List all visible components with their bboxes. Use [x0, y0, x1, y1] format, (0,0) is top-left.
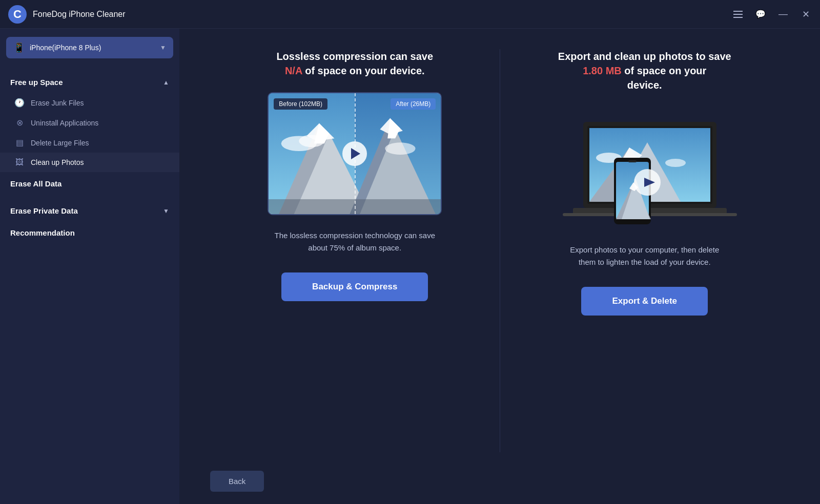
- left-panel-desc: The lossless compression technology can …: [273, 229, 437, 254]
- minimize-button[interactable]: —: [777, 8, 789, 20]
- sidebar-item-label: Delete Large Files: [31, 139, 89, 147]
- compression-image: Before (102MB) After (26MB): [268, 92, 442, 215]
- menu-icon: [733, 11, 743, 18]
- chevron-down-icon: ▼: [160, 44, 166, 51]
- svg-point-23: [665, 159, 686, 167]
- apps-icon: ⊗: [14, 118, 25, 128]
- sidebar-item-delete-large[interactable]: ▤ Delete Large Files: [0, 133, 179, 153]
- main-layout: 📱 iPhone(iPhone 8 Plus) ▼ Free up Space …: [0, 29, 820, 504]
- sidebar: 📱 iPhone(iPhone 8 Plus) ▼ Free up Space …: [0, 29, 179, 504]
- minimize-icon: —: [778, 9, 788, 19]
- chevron-down-icon: ▼: [163, 207, 169, 215]
- close-icon: ✕: [802, 9, 810, 20]
- free-up-space-title: Free up Space: [10, 78, 63, 87]
- backup-compress-button[interactable]: Backup & Compress: [281, 272, 428, 301]
- erase-private-title: Erase Private Data: [10, 206, 78, 215]
- sidebar-item-label: Erase Junk Files: [31, 99, 84, 107]
- play-button[interactable]: [342, 141, 367, 166]
- left-panel-heading: Lossless compression can save N/A of spa…: [276, 49, 433, 78]
- right-panel-desc: Export photos to your computer, then del…: [563, 244, 727, 268]
- device-name: iPhone(iPhone 8 Plus): [30, 44, 155, 52]
- back-button[interactable]: Back: [210, 471, 264, 492]
- app-title: FoneDog iPhone Cleaner: [33, 10, 732, 19]
- sidebar-item-clean-photos[interactable]: 🖼 Clean up Photos: [0, 153, 179, 172]
- device-laptop-svg: [552, 107, 737, 229]
- svg-rect-31: [628, 160, 637, 162]
- bottom-bar: Back: [179, 463, 820, 504]
- svg-point-14: [385, 142, 416, 155]
- erase-private-header[interactable]: Erase Private Data ▼: [0, 200, 179, 221]
- export-delete-button[interactable]: Export & Delete: [581, 287, 708, 316]
- content-main: Lossless compression can save N/A of spa…: [179, 29, 820, 463]
- left-panel: Lossless compression can save N/A of spa…: [210, 49, 500, 452]
- window-controls: 💬 — ✕: [732, 8, 812, 20]
- sidebar-section-erase-private: Erase Private Data ▼: [0, 200, 179, 221]
- svg-text:C: C: [13, 8, 22, 20]
- chat-button[interactable]: 💬: [754, 8, 767, 20]
- sidebar-item-label: Uninstall Applications: [31, 119, 98, 127]
- app-logo: C: [8, 5, 27, 24]
- before-label: Before (102MB): [274, 98, 327, 110]
- chevron-up-icon: ▲: [163, 79, 169, 86]
- close-button[interactable]: ✕: [799, 8, 812, 20]
- right-panel-heading: Export and clean up photos to save 1.80 …: [558, 49, 731, 92]
- right-panel-highlight: 1.80 MB: [583, 65, 622, 76]
- sidebar-item-erase-junk[interactable]: 🕐 Erase Junk Files: [0, 93, 179, 113]
- chat-icon: 💬: [755, 9, 766, 19]
- photo-icon: 🖼: [14, 158, 25, 167]
- erase-all-data-label: Erase All Data: [10, 179, 61, 188]
- sidebar-item-uninstall-apps[interactable]: ⊗ Uninstall Applications: [0, 113, 179, 133]
- clock-icon: 🕐: [14, 98, 25, 108]
- sidebar-item-erase-all-data[interactable]: Erase All Data: [0, 172, 179, 195]
- sidebar-section-free-up-space: Free up Space ▲ 🕐 Erase Junk Files ⊗ Uni…: [0, 72, 179, 172]
- sidebar-item-recommendation[interactable]: Recommendation: [0, 221, 179, 244]
- svg-point-13: [299, 135, 324, 147]
- right-panel: Export and clean up photos to save 1.80 …: [500, 49, 790, 452]
- menu-button[interactable]: [732, 8, 744, 20]
- free-up-space-header[interactable]: Free up Space ▲: [0, 72, 179, 93]
- after-label: After (26MB): [391, 98, 436, 110]
- device-selector[interactable]: 📱 iPhone(iPhone 8 Plus) ▼: [6, 37, 173, 58]
- left-panel-highlight: N/A: [285, 65, 302, 76]
- grid-icon: ▤: [14, 138, 25, 148]
- title-bar: C FoneDog iPhone Cleaner 💬 — ✕: [0, 0, 820, 29]
- content-area: Lossless compression can save N/A of spa…: [179, 29, 820, 504]
- phone-icon: 📱: [13, 42, 25, 53]
- sidebar-item-label: Clean up Photos: [31, 158, 84, 166]
- recommendation-label: Recommendation: [10, 228, 75, 237]
- export-image: [552, 107, 737, 229]
